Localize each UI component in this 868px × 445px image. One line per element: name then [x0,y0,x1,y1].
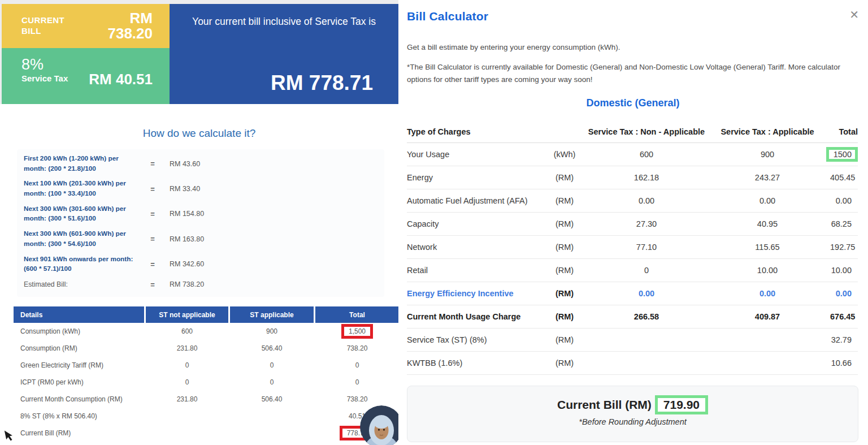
table-row: 8% ST (8% x RM 506.40) 40.51 [14,408,394,425]
row-unit: (kWh) [548,150,581,159]
table-row: Capacity (RM) 27.30 40.95 68.25 [407,213,858,236]
calc-row-value: RM 163.80 [170,235,204,243]
table-row: Current Bill (RM) 778.71 [14,425,394,442]
row-unit: (RM) [548,196,581,205]
row-unit: (RM) [548,335,581,344]
equals-sign: = [136,260,170,269]
calc-row-label: First 200 kWh (1-200 kWh) per month: (20… [24,154,136,174]
summary-amount: 719.90 [655,395,708,414]
row-st-not-applicable: 231.80 [146,395,228,403]
row-total-value: 32.79 [824,332,858,347]
table-row: Network (RM) 77.10 115.65 192.75 [407,236,858,259]
calc-row: Next 300 kWh (301-600 kWh) per month: (3… [24,204,384,224]
row-label: Current Month Usage Charge [407,312,548,321]
row-total-value: 0.00 [828,286,858,301]
row-label: Capacity [407,219,548,228]
row-st-applicable: 115.65 [712,243,823,252]
equals-sign: = [136,280,170,289]
calc-breakdown-list: First 200 kWh (1-200 kWh) per month: (20… [17,149,384,297]
row-label: Service Tax (ST) (8%) [407,335,548,344]
bill-details-table-header: Details ST not applicable ST applicable … [14,306,394,323]
charges-table: Type of Charges Service Tax : Non - Appl… [407,123,858,375]
row-total-value: 676.45 [823,309,861,324]
row-total-value: 68.25 [824,217,858,231]
row-total-value: 1,500 [341,324,373,339]
row-st-applicable: 900 [230,327,314,335]
close-icon[interactable]: ✕ [849,9,859,20]
summary-label: Current Bill (RM) [557,398,652,411]
chat-assistant-avatar[interactable] [360,405,403,445]
row-total-value: 0 [348,375,367,390]
row-st-applicable: 0.00 [712,289,823,298]
row-unit: (RM) [548,243,581,252]
row-total: 10.00 [823,263,858,278]
mouse-cursor-icon [5,430,14,444]
row-total-value: 405.45 [823,170,861,185]
row-st-non-applicable: 27.30 [581,219,712,228]
row-total-value: 738.20 [340,341,375,356]
row-unit: (RM) [548,312,581,321]
table-row: Consumption (RM) 231.80 506.40 738.20 [14,340,394,357]
row-st-applicable: 0.00 [712,196,823,205]
row-st-applicable: 40.95 [712,219,823,228]
row-label: Consumption (RM) [14,344,144,352]
calc-row: Next 300 kWh (601-900 kWh) per month: (3… [24,229,384,249]
row-st-not-applicable: 0 [146,361,228,369]
col-header-details: Details [14,306,144,323]
row-st-not-applicable: 600 [146,327,228,335]
table-row: ICPT (RM0 per kWh) 0 0 0 [14,374,394,391]
col-header-total: Total [823,127,858,136]
row-total-value: 0 [348,358,367,373]
row-total: 68.25 [823,217,858,231]
table-row: Energy Efficiency Incentive (RM) 0.00 0.… [407,282,858,305]
row-total: 405.45 [823,170,858,185]
service-tax-amount: RM 40.51 [89,71,153,104]
row-st-not-applicable: 231.80 [146,344,228,352]
service-tax-percent: 8% [21,56,68,74]
row-unit: (RM) [548,266,581,275]
row-total: 192.75 [823,240,858,254]
row-total: 0 [315,375,399,390]
current-bill-amount: RM 738.20 [107,11,153,45]
row-total: 0.00 [823,286,858,301]
row-total: 0 [315,358,399,373]
current-bill-label: CURRENT BILL [21,15,67,45]
col-header-st-applicable: ST applicable [230,306,314,323]
row-total-value: 738.20 [340,392,375,407]
table-row: Consumption (kWh) 600 900 1,500 [14,323,394,340]
row-st-non-applicable: 0 [581,266,712,275]
row-total-value: 1500 [826,147,858,162]
total-bill-box: Your current bill inclusive of Service T… [170,4,398,104]
row-total: 10.66 [823,356,858,370]
bill-details-table-body: Consumption (kWh) 600 900 1,500 Consumpt… [14,323,394,442]
current-bill-box: CURRENT BILL RM 738.20 [2,4,170,48]
calc-row: First 200 kWh (1-200 kWh) per month: (20… [24,154,384,174]
row-st-applicable: 409.87 [712,312,823,321]
row-st-non-applicable: 77.10 [581,243,712,252]
row-st-applicable: 10.00 [712,266,823,275]
equals-sign: = [136,210,170,218]
row-unit: (RM) [548,358,581,368]
charges-table-body: Your Usage (kWh) 600 900 1500 Energy (RM… [407,143,858,375]
row-label: Network [407,243,548,252]
calc-row-value: RM 43.60 [170,160,200,168]
row-label: Energy Efficiency Incentive [407,289,548,298]
calc-row-label: Estimated Bill: [24,279,136,290]
table-row: Automatic Fuel Adjustment (AFA) (RM) 0.0… [407,189,858,213]
row-unit: (RM) [548,173,581,182]
row-label: Current Month Consumption (RM) [14,395,144,403]
service-tax-box: 8% Service Tax RM 40.51 [2,48,170,104]
row-st-non-applicable: 600 [581,150,712,159]
row-total: 676.45 [823,309,858,324]
table-row: Green Electricity Tariff (RM) 0 0 0 [14,357,394,374]
service-tax-label: Service Tax [21,74,68,83]
col-header-st-non-applicable: Service Tax : Non - Applicable [581,127,712,136]
row-label: Energy [407,173,548,182]
row-st-non-applicable: 0.00 [581,289,712,298]
col-header-st-applicable: Service Tax : Applicable [712,127,823,136]
row-label: Retail [407,266,548,275]
calc-row-label: Next 100 kWh (201-300 kWh) per month: (1… [24,179,136,198]
current-bill-summary-panel: Current Bill (RM)719.90 *Before Rounding… [407,386,858,442]
equals-sign: = [136,185,170,193]
modal-note-text: *The Bill Calculator is currently availa… [407,61,859,85]
